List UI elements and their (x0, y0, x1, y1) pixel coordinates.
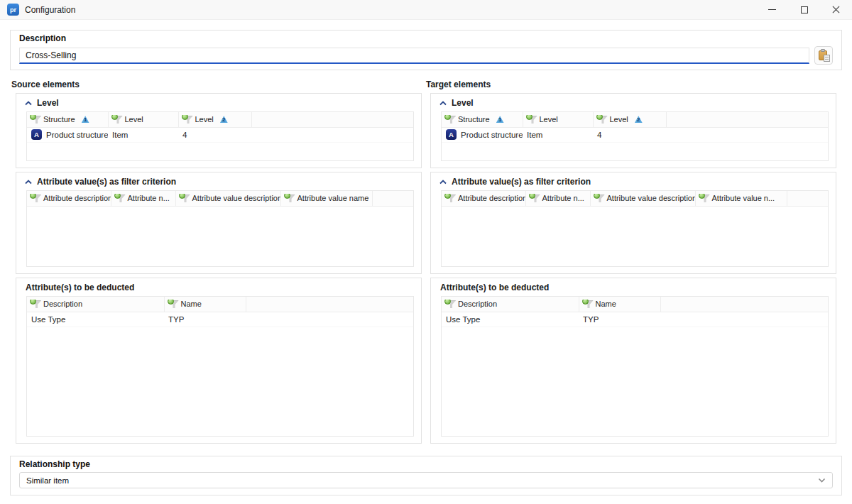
target-deducted-title: Attribute(s) to be deducted (440, 283, 549, 292)
target-filter-table: Attribute description Attribute n... Att… (441, 190, 829, 267)
close-icon (832, 6, 840, 13)
target-level-title: Level (452, 98, 474, 108)
filter-icon[interactable] (445, 115, 454, 124)
target-filter-col-attr-desc[interactable]: Attribute description (442, 191, 525, 206)
filler-column (372, 191, 413, 206)
target-elements-heading: Target elements (426, 80, 836, 89)
filler-column (666, 112, 828, 127)
target-filter-title: Attribute value(s) as filter criterion (452, 177, 591, 187)
level-cell: Item (108, 127, 178, 142)
title-bar: pr Configuration (0, 0, 852, 20)
filter-icon[interactable] (597, 115, 606, 124)
sort-asc-icon: 1 (82, 116, 89, 123)
target-deducted-section: Attribute(s) to be deducted Description … (430, 278, 836, 444)
chevron-up-icon (439, 180, 447, 185)
filter-icon[interactable] (31, 115, 40, 124)
source-filter-col-value-desc[interactable]: Attribute value description (175, 191, 280, 206)
filter-icon[interactable] (530, 194, 539, 202)
source-level-header[interactable]: Level (23, 97, 414, 109)
source-level-col-structure[interactable]: Structure 1 (27, 112, 108, 127)
target-level-table: Structure 1 Level Level 2 (441, 111, 829, 161)
table-row[interactable]: Use Type TYP (442, 312, 828, 327)
filter-icon[interactable] (31, 300, 40, 308)
filter-icon[interactable] (31, 194, 40, 202)
window-controls (756, 0, 852, 20)
source-filter-title: Attribute value(s) as filter criterion (37, 177, 176, 187)
target-level-section: Level Structure 1 (430, 93, 836, 168)
dialog-body: Description Source elements Level (0, 20, 852, 495)
level-num-cell: 4 (593, 127, 666, 142)
target-filter-col-value-desc[interactable]: Attribute value description (590, 191, 695, 206)
maximize-button[interactable] (788, 0, 820, 20)
structure-type-icon: A (31, 129, 42, 140)
source-filter-col-attr-desc[interactable]: Attribute description (27, 191, 111, 206)
name-cell: TYP (164, 312, 246, 327)
structure-cell: Product structure (461, 131, 523, 139)
chevron-up-icon (25, 101, 32, 106)
target-level-header[interactable]: Level (438, 97, 829, 109)
filter-icon[interactable] (594, 194, 604, 202)
source-level-col-level[interactable]: Level (108, 112, 178, 127)
level-num-cell: 4 (178, 127, 251, 142)
filter-icon[interactable] (583, 300, 592, 308)
filter-icon[interactable] (115, 194, 124, 202)
source-elements-heading: Source elements (11, 80, 422, 89)
filter-icon[interactable] (182, 115, 192, 124)
filter-icon[interactable] (180, 194, 189, 202)
minimize-icon (768, 9, 776, 10)
filter-icon[interactable] (527, 115, 536, 124)
table-row[interactable]: A Product structure Item 4 (442, 127, 828, 142)
filter-icon[interactable] (168, 300, 178, 308)
filler-column (251, 112, 413, 127)
source-level-col-level2[interactable]: Level 2 (178, 112, 251, 127)
source-filter-header[interactable]: Attribute value(s) as filter criterion (23, 175, 414, 188)
relationship-type-select[interactable]: Similar item (19, 472, 833, 488)
target-deducted-header: Attribute(s) to be deducted (438, 281, 829, 294)
source-deducted-col-name[interactable]: Name (164, 297, 246, 312)
target-filter-col-attr-name[interactable]: Attribute n... (525, 191, 590, 206)
target-elements-column: Target elements Level Structure 1 (430, 80, 836, 447)
description-label: Description (19, 33, 833, 43)
source-deducted-header: Attribute(s) to be deducted (23, 281, 414, 294)
source-level-table: Structure 1 Level Level 2 (26, 111, 414, 161)
sort-asc-icon: 2 (635, 116, 643, 123)
target-level-col-level[interactable]: Level (523, 112, 593, 127)
target-filter-col-value-name[interactable]: Attribute value n... (695, 191, 787, 206)
minimize-button[interactable] (756, 0, 788, 20)
close-button[interactable] (820, 0, 852, 20)
target-filter-header[interactable]: Attribute value(s) as filter criterion (438, 175, 829, 188)
source-deducted-col-description[interactable]: Description (27, 297, 164, 312)
target-deducted-col-name[interactable]: Name (579, 297, 660, 312)
source-level-title: Level (37, 98, 59, 108)
description-cell: Use Type (442, 312, 579, 327)
paste-button[interactable] (814, 46, 833, 65)
target-deducted-col-description[interactable]: Description (442, 297, 579, 312)
filler-column (660, 297, 828, 312)
filter-icon[interactable] (445, 300, 454, 308)
structure-cell: Product structure (46, 131, 108, 139)
app-icon: pr (7, 4, 19, 16)
table-row[interactable]: A Product structure Item 4 (27, 127, 413, 142)
target-level-col-structure[interactable]: Structure 1 (442, 112, 523, 127)
target-deducted-table: Description Name Use Type TYP (441, 296, 829, 437)
name-cell: TYP (579, 312, 660, 327)
source-deducted-section: Attribute(s) to be deducted Description … (16, 278, 422, 444)
filter-icon[interactable] (112, 115, 121, 124)
sort-asc-icon: 1 (496, 116, 504, 123)
source-deducted-title: Attribute(s) to be deducted (26, 283, 134, 292)
source-deducted-table: Description Name Use Type TYP (26, 296, 414, 437)
target-level-col-level2[interactable]: Level 2 (593, 112, 666, 127)
source-filter-col-value-name[interactable]: Attribute value name (280, 191, 372, 206)
filter-icon[interactable] (699, 194, 709, 202)
filter-icon[interactable] (445, 194, 454, 202)
source-filter-col-attr-name[interactable]: Attribute n... (111, 191, 175, 206)
table-row[interactable]: Use Type TYP (27, 312, 413, 327)
description-input[interactable] (19, 48, 809, 64)
sort-asc-icon: 2 (220, 116, 228, 123)
source-elements-column: Source elements Level Structure 1 (16, 80, 422, 447)
chevron-down-icon (818, 478, 826, 483)
filler-column (246, 297, 413, 312)
maximize-icon (801, 6, 808, 13)
chevron-up-icon (439, 101, 447, 106)
filter-icon[interactable] (285, 194, 294, 202)
